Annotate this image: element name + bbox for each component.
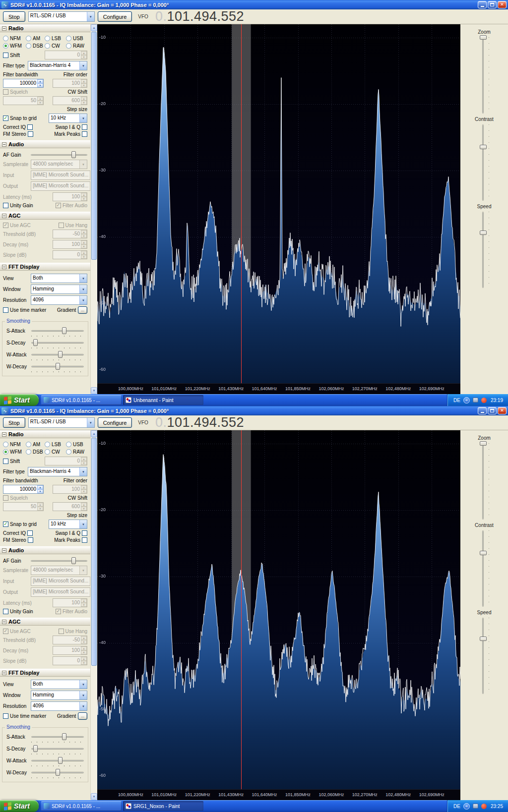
- fm-stereo-checkbox[interactable]: FM Stereo: [3, 537, 33, 543]
- threshold-input[interactable]: -50▲▼: [53, 636, 87, 644]
- tray-chevron-icon[interactable]: «: [463, 803, 470, 810]
- fm-stereo-checkbox[interactable]: FM Stereo: [3, 131, 33, 137]
- stop-button[interactable]: Stop: [3, 417, 25, 428]
- mode-radio-wfm[interactable]: WFM: [3, 449, 26, 455]
- squelch-input[interactable]: 50▲▼: [3, 502, 44, 511]
- correct-iq-checkbox[interactable]: Correct IQ: [3, 124, 33, 130]
- window-titlebar[interactable]: ∿ SDR# v1.0.0.1165 - IQ Imbalance: Gain …: [0, 0, 508, 9]
- shift-checkbox[interactable]: Shift: [3, 53, 20, 58]
- chevron-down-icon[interactable]: ▼: [79, 274, 87, 283]
- use-hang-checkbox[interactable]: Use Hang: [59, 223, 87, 228]
- slider-thumb[interactable]: [33, 745, 38, 752]
- contrast-slider[interactable]: [478, 123, 491, 202]
- slider-thumb[interactable]: [62, 327, 66, 334]
- w-attack-slider[interactable]: [31, 757, 84, 764]
- mode-radio-cw[interactable]: CW: [45, 43, 66, 49]
- mode-radio-raw[interactable]: RAW: [66, 43, 87, 49]
- configure-button[interactable]: Configure: [98, 11, 132, 22]
- panel-audio-header[interactable]: Audio: [0, 140, 90, 148]
- collapse-icon[interactable]: [2, 432, 6, 437]
- cw-shift-input[interactable]: 600▲▼: [53, 502, 87, 511]
- s-decay-slider[interactable]: [31, 339, 84, 346]
- filter-type-select[interactable]: Blackman-Harris 4▼: [28, 61, 87, 70]
- slope-input[interactable]: 0▲▼: [53, 656, 87, 665]
- scroll-down-button[interactable]: ▼: [91, 387, 97, 394]
- start-button[interactable]: Start: [0, 800, 39, 812]
- use-agc-checkbox[interactable]: Use AGC: [3, 629, 31, 634]
- collapse-icon[interactable]: [2, 265, 6, 269]
- shift-input[interactable]: 0▲▼: [45, 51, 87, 59]
- w-decay-slider[interactable]: [31, 769, 84, 776]
- frequency-display[interactable]: 0.101.494.552: [155, 416, 244, 429]
- spinner-buttons[interactable]: ▲▼: [37, 79, 43, 87]
- panel-audio-header[interactable]: Audio: [0, 546, 90, 554]
- fft-plot[interactable]: -10 -20 -30 -40 -50 -60: [97, 24, 460, 383]
- s-attack-slider[interactable]: [31, 327, 84, 334]
- device-select[interactable]: RTL-SDR / USB ▼: [28, 11, 95, 22]
- slider-thumb[interactable]: [33, 339, 38, 346]
- mode-radio-dsb[interactable]: DSB: [26, 449, 45, 455]
- scroll-down-button[interactable]: ▼: [91, 793, 97, 800]
- snap-to-grid-checkbox[interactable]: Snap to grid: [3, 522, 37, 527]
- language-indicator[interactable]: DE: [453, 398, 460, 403]
- mode-radio-am[interactable]: AM: [26, 442, 45, 447]
- chevron-down-icon[interactable]: ▼: [79, 467, 87, 476]
- chevron-down-icon[interactable]: ▼: [79, 114, 87, 122]
- use-agc-checkbox[interactable]: Use AGC: [3, 223, 31, 228]
- minimize-button[interactable]: [478, 407, 487, 414]
- gradient-button[interactable]: ...: [78, 306, 87, 314]
- speed-slider[interactable]: [478, 211, 491, 289]
- chevron-down-icon[interactable]: ▼: [79, 691, 87, 699]
- resolution-select[interactable]: 4096▼: [31, 295, 87, 305]
- filter-order-input[interactable]: 100▲▼: [53, 79, 87, 88]
- shift-input[interactable]: 0▲▼: [45, 457, 87, 465]
- chevron-down-icon[interactable]: ▼: [79, 520, 87, 528]
- spinner-buttons[interactable]: ▲▼: [81, 51, 87, 59]
- audio-input-select[interactable]: [MME] Microsoft Sound...▼: [31, 577, 90, 586]
- step-size-select[interactable]: 10 kHz▼: [49, 520, 87, 529]
- resolution-select[interactable]: 4096▼: [31, 701, 87, 711]
- correct-iq-checkbox[interactable]: Correct IQ: [3, 530, 33, 536]
- contrast-slider[interactable]: [478, 529, 491, 608]
- audio-input-select[interactable]: [MME] Microsoft Sound...▼: [31, 171, 90, 180]
- filter-audio-checkbox[interactable]: Filter Audio: [56, 609, 87, 614]
- audio-output-select[interactable]: [MME] Microsoft Sound...▼: [31, 587, 90, 597]
- slider-thumb[interactable]: [56, 363, 60, 370]
- scroll-track[interactable]: [91, 31, 97, 387]
- spinner-buttons[interactable]: ▲▼: [37, 503, 43, 511]
- slider-thumb[interactable]: [480, 637, 487, 641]
- slider-thumb[interactable]: [56, 769, 60, 776]
- maximize-button[interactable]: [488, 1, 497, 8]
- af-gain-slider[interactable]: [31, 557, 87, 564]
- taskbar-item-paint[interactable]: Unbenannt - Paint: [123, 395, 203, 405]
- snap-to-grid-checkbox[interactable]: Snap to grid: [3, 116, 37, 121]
- audio-output-select[interactable]: [MME] Microsoft Sound...▼: [31, 181, 90, 191]
- swap-iq-checkbox[interactable]: Swap I & Q: [55, 124, 87, 130]
- filter-type-select[interactable]: Blackman-Harris 4▼: [28, 467, 87, 476]
- panel-scrollbar[interactable]: ▲ ▼: [90, 430, 97, 800]
- mode-radio-usb[interactable]: USB: [66, 36, 87, 41]
- chevron-down-icon[interactable]: ▼: [79, 680, 87, 689]
- unity-gain-checkbox[interactable]: Unity Gain: [3, 203, 33, 208]
- mark-peaks-checkbox[interactable]: Mark Peaks: [54, 537, 87, 543]
- tray-display-icon[interactable]: [473, 804, 478, 809]
- tray-alert-icon[interactable]: [481, 804, 487, 809]
- spinner-buttons[interactable]: ▲▼: [81, 457, 87, 465]
- chevron-down-icon[interactable]: ▼: [79, 285, 87, 293]
- start-button[interactable]: Start: [0, 394, 39, 406]
- taskbar-item-paint[interactable]: SRG1_Noxon - Paint: [123, 801, 203, 811]
- decay-input[interactable]: 100▲▼: [53, 646, 87, 655]
- stop-button[interactable]: Stop: [3, 11, 25, 22]
- scroll-thumb[interactable]: [91, 438, 97, 666]
- close-button[interactable]: ✕: [498, 407, 507, 414]
- slider-thumb[interactable]: [58, 351, 63, 358]
- collapse-icon[interactable]: [2, 671, 6, 675]
- mark-peaks-checkbox[interactable]: Mark Peaks: [54, 131, 87, 137]
- window-select[interactable]: Hamming▼: [31, 691, 87, 700]
- unity-gain-checkbox[interactable]: Unity Gain: [3, 609, 33, 614]
- time-marker-checkbox[interactable]: Use time marker: [3, 307, 46, 313]
- w-decay-slider[interactable]: [31, 363, 84, 370]
- mode-radio-cw[interactable]: CW: [45, 449, 66, 455]
- clock[interactable]: 23:25: [491, 804, 503, 809]
- scroll-up-button[interactable]: ▲: [91, 430, 97, 437]
